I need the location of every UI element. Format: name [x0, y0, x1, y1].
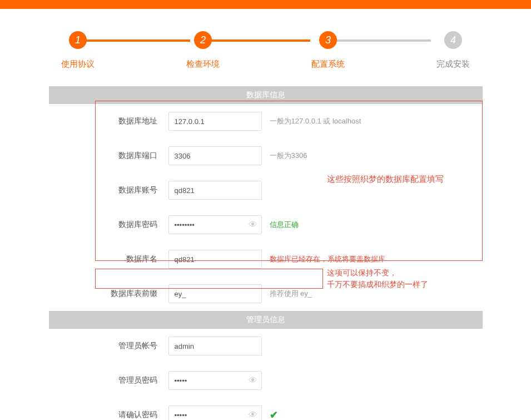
row-db-port: 数据库端口 一般为3306	[49, 139, 483, 173]
input-db-name[interactable]	[168, 250, 262, 269]
section-header-database: 数据库信息	[49, 86, 483, 104]
hint-db-prefix: 推荐使用 ey_	[263, 289, 312, 299]
step-label-2: 检查环境	[186, 59, 220, 70]
step-label-3: 配置系统	[311, 59, 345, 70]
step-configure: 3 配置系统	[311, 31, 345, 70]
annotation-text-db: 这些按照织梦的数据库配置填写	[327, 174, 444, 185]
check-icon: ✔	[270, 409, 278, 420]
input-admin-pass[interactable]	[168, 371, 262, 390]
step-label-4: 完成安装	[436, 59, 470, 70]
input-db-user[interactable]	[168, 181, 262, 200]
hint-db-name: 数据库已经存在，系统将要盖数据库	[263, 254, 385, 264]
form-area: 数据库信息 这些按照织梦的数据库配置填写 这项可以保持不变， 千万不要搞成和织梦…	[49, 86, 483, 420]
input-db-prefix[interactable]	[168, 284, 262, 303]
hint-db-pass: 信息正确	[263, 220, 299, 230]
section-header-admin: 管理员信息	[49, 311, 483, 329]
install-stepper: 1 使用协议 2 检查环境 3 配置系统 4 完成安装	[0, 9, 531, 86]
label-db-prefix: 数据库表前缀	[49, 289, 168, 299]
step-circle-4: 4	[444, 31, 462, 49]
label-admin-confirm: 请确认密码	[49, 410, 168, 420]
step-finish: 4 完成安装	[436, 31, 470, 70]
step-label-1: 使用协议	[61, 59, 95, 70]
db-fields-wrapper: 这些按照织梦的数据库配置填写 这项可以保持不变， 千万不要搞成和织梦的一样了 数…	[49, 104, 483, 311]
main-container: 1 使用协议 2 检查环境 3 配置系统 4 完成安装 数据库信息 这些按照织梦…	[0, 9, 531, 420]
step-circle-1: 1	[69, 31, 87, 49]
label-admin-pass: 管理员密码	[49, 375, 168, 386]
eye-icon[interactable]: 👁	[249, 220, 257, 230]
label-db-host: 数据库地址	[49, 116, 168, 126]
annotation-text-prefix: 这项可以保持不变， 千万不要搞成和织梦的一样了	[327, 267, 428, 290]
input-db-port[interactable]	[168, 146, 262, 165]
step-environment: 2 检查环境	[186, 31, 220, 70]
input-db-host[interactable]	[168, 112, 262, 131]
row-admin-confirm: 请确认密码 👁 ✔	[49, 398, 483, 420]
label-db-port: 数据库端口	[49, 151, 168, 161]
row-admin-pass: 管理员密码 👁	[49, 363, 483, 398]
eye-icon[interactable]: 👁	[249, 410, 257, 420]
input-admin-confirm[interactable]	[168, 406, 262, 420]
label-admin-user: 管理员帐号	[49, 341, 168, 351]
input-db-pass[interactable]	[168, 215, 262, 234]
hint-db-host: 一般为127.0.0.1 或 localhost	[263, 116, 361, 126]
annotation-prefix-line2: 千万不要搞成和织梦的一样了	[327, 280, 428, 289]
top-orange-bar	[0, 0, 531, 9]
eye-icon[interactable]: 👁	[249, 375, 257, 386]
row-admin-user: 管理员帐号	[49, 329, 483, 363]
step-circle-2: 2	[194, 31, 212, 49]
stepper-line-1	[79, 39, 190, 42]
label-db-user: 数据库账号	[49, 185, 168, 195]
row-db-pass: 数据库密码 👁 信息正确	[49, 207, 483, 242]
label-db-pass: 数据库密码	[49, 220, 168, 230]
step-circle-3: 3	[319, 31, 337, 49]
row-db-host: 数据库地址 一般为127.0.0.1 或 localhost	[49, 104, 483, 139]
hint-db-port: 一般为3306	[263, 151, 307, 161]
input-admin-user[interactable]	[168, 337, 262, 355]
annotation-prefix-line1: 这项可以保持不变，	[327, 268, 397, 277]
step-agreement: 1 使用协议	[61, 31, 95, 70]
label-db-name: 数据库名	[49, 254, 168, 264]
